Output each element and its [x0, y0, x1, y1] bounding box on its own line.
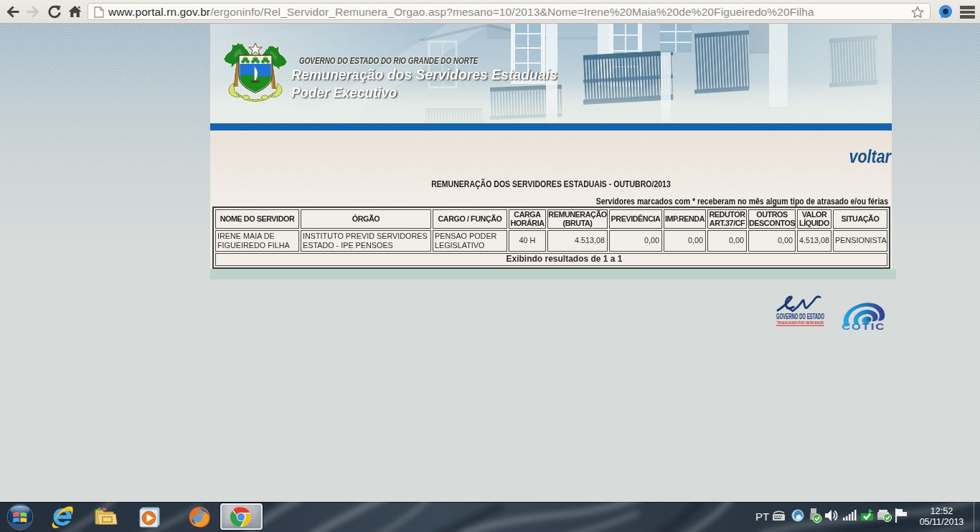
svg-text:COTIC: COTIC [842, 321, 885, 332]
svg-text:GOVERNO DO ESTADO: GOVERNO DO ESTADO [776, 313, 824, 320]
svg-text:TRABALHANDO POR UM RN MAIOR: TRABALHANDO POR UM RN MAIOR [777, 320, 824, 325]
